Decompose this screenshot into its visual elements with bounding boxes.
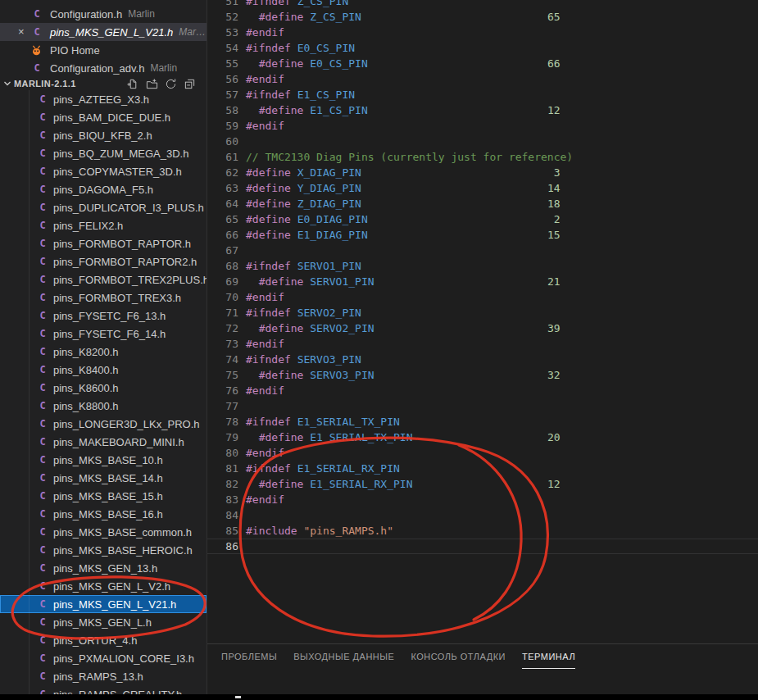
tree-item[interactable]: Cpins_K8400.h	[0, 361, 207, 379]
tree-item[interactable]: Cpins_DUPLICATOR_I3_PLUS.h	[0, 198, 207, 216]
tree-item[interactable]: Cpins_FORMBOT_RAPTOR.h	[0, 234, 207, 252]
panel-tab[interactable]: ПРОБЛЕМЫ	[221, 644, 277, 669]
code-token: #ifndef	[246, 89, 297, 101]
open-editor-item[interactable]: CConfiguration_adv.hMarlin	[0, 59, 207, 77]
panel-tab[interactable]: ВЫХОДНЫЕ ДАННЫЕ	[293, 644, 394, 669]
c-file-icon: C	[37, 472, 48, 484]
code-line[interactable]: 63#define Y_DIAG_PIN 14	[207, 180, 758, 196]
new-folder-icon[interactable]	[144, 77, 159, 90]
tree-item[interactable]: Cpins_K8600.h	[0, 379, 207, 397]
code-token	[246, 369, 259, 381]
c-file-icon: C	[37, 346, 48, 357]
tree-item[interactable]: Cpins_BAM_DICE_DUE.h	[0, 108, 207, 126]
code-line[interactable]: 86	[207, 539, 758, 554]
tree-item[interactable]: Cpins_MKS_BASE_14.h	[0, 469, 207, 487]
tree-item[interactable]: Cpins_MKS_GEN_L_V2.h	[0, 577, 207, 595]
code-line[interactable]: 60	[207, 134, 758, 149]
code-line[interactable]: 81#ifndef E1_SERIAL_RX_PIN	[207, 461, 758, 476]
tree-item[interactable]: Cpins_FELIX2.h	[0, 216, 207, 234]
open-editor-item[interactable]: ×Cpins_MKS_GEN_L_V21.hMarlin\s...	[0, 23, 207, 41]
tree-item[interactable]: Cpins_K8800.h	[0, 397, 207, 415]
tree-item[interactable]: Cpins_MAKEBOARD_MINI.h	[0, 433, 207, 451]
open-editor-detail: Marlin	[128, 8, 155, 20]
tree-item[interactable]: Cpins_MKS_GEN_L.h	[0, 613, 207, 631]
code-line[interactable]: 62#define X_DIAG_PIN 3	[207, 165, 758, 180]
code-line[interactable]: 66#define E1_DIAG_PIN 15	[207, 227, 758, 243]
code-line[interactable]: 82 #define E1_SERIAL_RX_PIN 12	[207, 476, 758, 492]
code-line[interactable]: 71#ifndef SERVO2_PIN	[207, 305, 758, 320]
tree-item[interactable]: Cpins_LONGER3D_LKx_PRO.h	[0, 415, 207, 433]
code-line[interactable]: 53#endif	[207, 25, 758, 40]
code-line[interactable]: 73#endif	[207, 336, 758, 352]
tree-item[interactable]: Cpins_BIQU_KFB_2.h	[0, 126, 207, 144]
code-line[interactable]: 69 #define SERVO1_PIN 21	[207, 274, 758, 289]
code-line[interactable]: 79 #define E1_SERIAL_TX_PIN 20	[207, 430, 758, 445]
code-line[interactable]: 74#ifndef SERVO3_PIN	[207, 352, 758, 367]
code-token	[246, 57, 259, 70]
collapse-all-icon[interactable]	[182, 77, 197, 90]
tree-item-label: pins_MKS_BASE_14.h	[53, 472, 163, 484]
tree-item[interactable]: Cpins_FYSETC_F6_14.h	[0, 325, 207, 343]
code-line[interactable]: 58 #define E1_CS_PIN 12	[207, 102, 758, 118]
code-line[interactable]: 65#define E0_DIAG_PIN 2	[207, 211, 758, 227]
code-line[interactable]: 55 #define E0_CS_PIN 66	[207, 56, 758, 71]
c-file-icon: C	[37, 166, 48, 177]
code-line[interactable]: 64#define Z_DIAG_PIN 18	[207, 196, 758, 211]
code-line[interactable]: 51#ifndef Z_CS_PIN	[207, 0, 758, 9]
code-line[interactable]: 56#endif	[207, 71, 758, 87]
c-file-icon: C	[37, 256, 48, 267]
code-line[interactable]: 54#ifndef E0_CS_PIN	[207, 40, 758, 56]
tree-item[interactable]: Cpins_ORTUR_4.h	[0, 631, 207, 649]
code-line[interactable]: 84	[207, 507, 758, 523]
tree-item[interactable]: Cpins_FORMBOT_TREX2PLUS.h	[0, 270, 207, 289]
tree-item[interactable]: Cpins_MKS_BASE_15.h	[0, 487, 207, 505]
tree-item[interactable]: Cpins_MKS_GEN_L_V21.h	[0, 595, 207, 613]
code-editor[interactable]: 51#ifndef Z_CS_PIN52 #define Z_CS_PIN 65…	[207, 0, 758, 643]
tree-item[interactable]: Cpins_MKS_BASE_HEROIC.h	[0, 541, 207, 559]
tree-item-label: pins_FORMBOT_TREX2PLUS.h	[53, 274, 207, 286]
code-token	[246, 275, 259, 288]
code-line[interactable]: 75 #define SERVO3_PIN 32	[207, 367, 758, 383]
terminal-content[interactable]	[207, 669, 758, 693]
code-line[interactable]: 57#ifndef E1_CS_PIN	[207, 87, 758, 102]
code-line[interactable]: 78#ifndef E1_SERIAL_TX_PIN	[207, 414, 758, 430]
tree-item[interactable]: Cpins_DAGOMA_F5.h	[0, 180, 207, 198]
tree-item[interactable]: Cpins_AZTEEG_X3.h	[0, 90, 207, 108]
tree-item-label: pins_FYSETC_F6_14.h	[53, 328, 166, 340]
tree-item[interactable]: Cpins_FYSETC_F6_13.h	[0, 307, 207, 325]
open-editor-item[interactable]: CConfiguration.hMarlin	[0, 5, 207, 23]
tree-item[interactable]: Cpins_PXMALION_CORE_I3.h	[0, 649, 207, 667]
tree-item[interactable]: Cpins_MKS_BASE_common.h	[0, 523, 207, 541]
line-content: #define SERVO2_PIN 39	[246, 320, 758, 336]
tree-item[interactable]: Cpins_FORMBOT_RAPTOR2.h	[0, 252, 207, 270]
code-line[interactable]: 83#endif	[207, 492, 758, 507]
tree-item[interactable]: Cpins_K8200.h	[0, 343, 207, 361]
code-line[interactable]: 72 #define SERVO2_PIN 39	[207, 320, 758, 336]
code-line[interactable]: 70#endif	[207, 289, 758, 305]
code-line[interactable]: 80#endif	[207, 445, 758, 461]
code-line[interactable]: 77	[207, 398, 758, 414]
tree-item[interactable]: Cpins_FORMBOT_TREX3.h	[0, 289, 207, 307]
code-line[interactable]: 85#include "pins_RAMPS.h"	[207, 523, 758, 539]
code-line[interactable]: 59#endif	[207, 118, 758, 134]
code-line[interactable]: 76#endif	[207, 383, 758, 398]
panel-tab[interactable]: ТЕРМИНАЛ	[522, 644, 575, 669]
refresh-icon[interactable]	[163, 77, 178, 90]
code-token: X_DIAG_PIN	[297, 166, 361, 179]
tree-item[interactable]: Cpins_MKS_GEN_13.h	[0, 559, 207, 577]
open-editor-item[interactable]: PIO Home	[0, 41, 207, 59]
code-line[interactable]: 61// TMC2130 Diag Pins (currently just f…	[207, 149, 758, 165]
project-section-header[interactable]: MARLIN-2.1.1	[0, 77, 207, 90]
code-line[interactable]: 68#ifndef SERVO1_PIN	[207, 258, 758, 274]
code-line[interactable]: 67	[207, 243, 758, 258]
close-icon[interactable]: ×	[18, 25, 31, 39]
project-title: MARLIN-2.1.1	[14, 79, 76, 89]
tree-item[interactable]: Cpins_RAMPS_13.h	[0, 667, 207, 685]
tree-item[interactable]: Cpins_BQ_ZUM_MEGA_3D.h	[0, 144, 207, 162]
tree-item[interactable]: Cpins_MKS_BASE_16.h	[0, 505, 207, 523]
new-file-icon[interactable]	[125, 77, 140, 90]
code-line[interactable]: 52 #define Z_CS_PIN 65	[207, 9, 758, 25]
tree-item[interactable]: Cpins_COPYMASTER_3D.h	[0, 162, 207, 180]
panel-tab[interactable]: КОНСОЛЬ ОТЛАДКИ	[411, 644, 506, 669]
tree-item[interactable]: Cpins_MKS_BASE_10.h	[0, 451, 207, 469]
